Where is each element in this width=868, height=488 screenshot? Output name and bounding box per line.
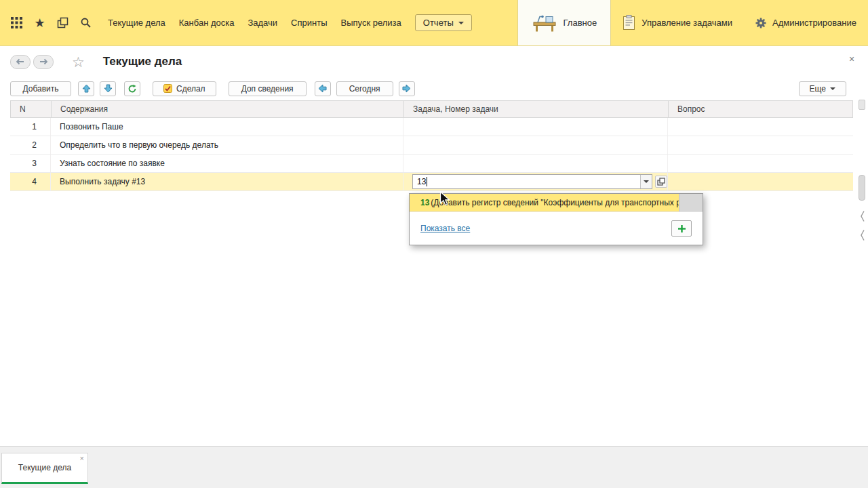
- suggest-footer: Показать все: [410, 212, 703, 245]
- tasks-table: N Содержания Задача, Номер задачи Вопрос…: [10, 100, 853, 191]
- close-form-icon[interactable]: ×: [849, 54, 854, 64]
- row-content: Выполнить задачу #13: [51, 173, 403, 190]
- more-button[interactable]: Еще: [799, 81, 846, 96]
- row-question: [668, 118, 853, 136]
- apps-menu-button[interactable]: [7, 13, 26, 33]
- topbar-nav: Текущие дела Канбан доска Задачи Спринты…: [108, 0, 517, 45]
- row-content: Узнать состояние по заявке: [51, 155, 403, 172]
- suggest-item-highlighted[interactable]: 13 (Добавить регистр сведений "Коэффицие…: [410, 194, 679, 211]
- section-task-management[interactable]: Управление задачами: [611, 0, 744, 45]
- show-all-link[interactable]: Показать все: [420, 224, 470, 233]
- nav-release[interactable]: Выпуск релиза: [341, 18, 401, 28]
- forward-button[interactable]: [33, 55, 54, 69]
- table-row[interactable]: 2 Определить что в первую очередь делать: [10, 136, 853, 155]
- clipboard-icon: [623, 15, 635, 30]
- row-task-editor-cell: 13: [403, 173, 668, 190]
- more-label: Еще: [810, 84, 826, 94]
- open-window-icon: [657, 178, 665, 186]
- search-button[interactable]: [76, 13, 96, 33]
- command-toolbar: Добавить Сделал Доп сведения Сегодня: [10, 81, 853, 96]
- desk-icon: [532, 13, 557, 33]
- scrollbar-thumb[interactable]: [859, 175, 865, 201]
- row-number: 4: [10, 173, 51, 190]
- table-row[interactable]: 3 Узнать состояние по заявке: [10, 155, 853, 173]
- done-button[interactable]: Сделал: [153, 81, 216, 96]
- nav-current-tasks[interactable]: Текущие дела: [108, 18, 165, 28]
- reports-dropdown-button[interactable]: Отчеты: [415, 14, 472, 31]
- chevron-down-icon: [458, 22, 464, 24]
- arrow-up-icon: [82, 84, 91, 93]
- topbar-sections: Главное Управление задачами: [517, 0, 868, 45]
- dropdown-toggle-button[interactable]: [640, 175, 652, 188]
- favorite-star-icon[interactable]: ☆: [72, 55, 85, 69]
- row-number: 1: [10, 118, 51, 136]
- row-task: [403, 136, 668, 154]
- row-task: [403, 118, 668, 136]
- section-main-label: Главное: [564, 18, 597, 28]
- refresh-button[interactable]: [124, 81, 140, 96]
- page-header: ☆ Текущие дела: [10, 52, 182, 71]
- arrow-down-icon: [104, 84, 113, 93]
- column-header-question[interactable]: Вопрос: [669, 101, 852, 117]
- plus-icon: [677, 224, 686, 233]
- chevron-down-icon: [644, 180, 649, 183]
- create-new-button[interactable]: [671, 220, 692, 237]
- suggest-scrollbar[interactable]: [679, 194, 703, 211]
- refresh-icon: [127, 84, 137, 94]
- nav-kanban-board[interactable]: Канбан доска: [179, 18, 235, 28]
- suggest-text: (Добавить регистр сведений "Коэффициенты…: [431, 198, 679, 207]
- column-header-n[interactable]: N: [11, 101, 52, 117]
- back-button[interactable]: [10, 55, 31, 69]
- topbar-icon-cluster: ★: [0, 0, 96, 45]
- arrow-left-blue-icon: [318, 84, 327, 93]
- text-cursor: [427, 177, 427, 186]
- row-question: [668, 173, 853, 190]
- today-button[interactable]: Сегодня: [336, 81, 393, 96]
- favorites-button[interactable]: ★: [30, 13, 50, 33]
- gear-icon: [755, 18, 766, 28]
- scrollbar-top[interactable]: [859, 100, 865, 110]
- row-question: [668, 155, 853, 172]
- search-icon: [80, 17, 92, 28]
- add-button[interactable]: Добавить: [10, 81, 71, 96]
- row-number: 2: [10, 136, 51, 154]
- move-up-button[interactable]: [78, 81, 94, 96]
- arrow-right-icon: [39, 58, 48, 65]
- next-day-button[interactable]: [399, 81, 415, 96]
- nav-sprints[interactable]: Спринты: [291, 18, 327, 28]
- task-number-value: 13: [413, 177, 426, 186]
- open-windows-bar: Текущие дела ×: [0, 446, 868, 488]
- previous-day-button[interactable]: [315, 81, 331, 96]
- arrow-left-icon: [16, 58, 25, 65]
- nav-tasks[interactable]: Задачи: [248, 18, 277, 28]
- task-suggest-popup: 13 (Добавить регистр сведений "Коэффицие…: [409, 193, 703, 245]
- panel-splitter-handle[interactable]: [860, 229, 865, 241]
- panel-splitter-handle[interactable]: [860, 210, 865, 222]
- section-administration[interactable]: Администрирование: [744, 0, 868, 45]
- window-tab-current-tasks[interactable]: Текущие дела ×: [1, 453, 88, 484]
- row-question: [668, 136, 853, 154]
- arrow-right-blue-icon: [402, 84, 411, 93]
- reports-label: Отчеты: [423, 18, 454, 28]
- extra-info-button[interactable]: Доп сведения: [229, 81, 307, 96]
- done-label: Сделал: [176, 84, 205, 94]
- chevron-down-icon: [830, 87, 835, 90]
- window-tab-label: Текущие дела: [18, 463, 71, 472]
- table-row-selected[interactable]: 4 Выполнить задачу #13 13: [10, 173, 853, 191]
- column-header-content[interactable]: Содержания: [52, 101, 404, 117]
- section-task-management-label: Управление задачами: [642, 18, 732, 28]
- page-title: Текущие дела: [103, 55, 182, 68]
- topbar: ★ Текущие дела Канбан доска Задачи Сприн…: [0, 0, 868, 46]
- apps-grid-icon: [11, 17, 22, 28]
- column-header-task[interactable]: Задача, Номер задачи: [404, 101, 669, 117]
- choose-button[interactable]: [655, 176, 667, 188]
- history-button[interactable]: [53, 13, 73, 33]
- history-icon: [57, 17, 68, 28]
- table-row[interactable]: 1 Позвонить Паше: [10, 118, 853, 136]
- row-number: 3: [10, 155, 51, 172]
- move-down-button[interactable]: [100, 81, 116, 96]
- section-main[interactable]: Главное: [517, 0, 612, 45]
- tab-close-icon[interactable]: ×: [80, 454, 84, 462]
- task-number-input[interactable]: 13: [412, 174, 652, 189]
- table-header-row: N Содержания Задача, Номер задачи Вопрос: [10, 100, 853, 118]
